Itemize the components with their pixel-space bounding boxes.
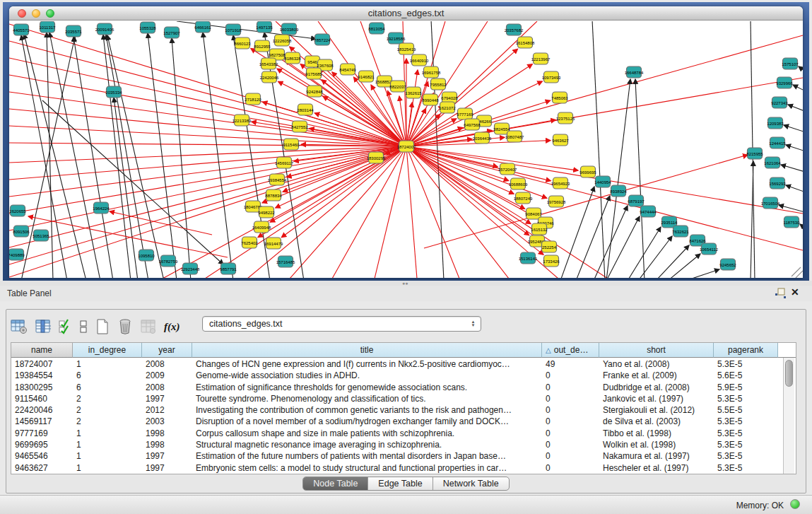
network-node[interactable]: 1621064 [764, 157, 781, 168]
function-builder-icon[interactable]: f(x) [164, 321, 180, 333]
network-node[interactable]: 20091406 [95, 23, 114, 35]
network-node[interactable]: 1527907 [163, 27, 180, 38]
table-chooser-dropdown[interactable]: citations_edges.txt ▲▼ [202, 316, 481, 332]
network-node[interactable]: 18807249 [514, 192, 533, 204]
network-node[interactable]: 7409889 [9, 249, 25, 260]
table-row[interactable]: 911546021997Tourette syndrome. Phenomeno… [11, 393, 783, 404]
table-row[interactable]: 2242004622012Investigating the contribut… [11, 404, 783, 416]
delete-table-icon[interactable] [117, 318, 133, 335]
network-node[interactable]: 20364436 [473, 132, 492, 144]
network-node[interactable]: 9175685 [305, 68, 322, 79]
network-node[interactable]: 252254 [542, 241, 557, 252]
close-panel-icon[interactable]: ✕ [791, 286, 799, 298]
network-node[interactable]: 1575107 [782, 58, 799, 69]
network-node[interactable]: 8091506 [13, 226, 30, 237]
network-node[interactable]: 2035571 [65, 25, 82, 37]
network-node[interactable]: 4405571 [13, 24, 30, 35]
network-node[interactable]: 1055328 [139, 22, 156, 33]
network-node[interactable]: 8878834 [265, 189, 282, 201]
table-row[interactable]: 1830029562008Estimation of significance … [11, 382, 783, 393]
network-node[interactable]: 16409948 [252, 221, 271, 233]
network-node[interactable]: 9115460 [283, 139, 300, 150]
network-node[interactable]: 1440954 [594, 176, 611, 187]
network-node[interactable]: 10807487 [505, 131, 524, 142]
network-node[interactable]: 2620655 [9, 205, 26, 216]
network-node[interactable]: 1071918 [225, 24, 242, 35]
float-window-icon[interactable] [775, 288, 787, 302]
network-node[interactable]: 16782759 [159, 255, 178, 267]
table-row[interactable]: 1456911722003Disruption of a novel membe… [11, 416, 783, 427]
network-node[interactable]: 1209383 [767, 117, 784, 129]
network-node[interactable]: 8912955 [254, 40, 271, 52]
network-node[interactable]: 7625402 [241, 237, 258, 248]
tab-node-table[interactable]: Node Table [303, 477, 368, 490]
network-node[interactable]: 17016504 [761, 197, 780, 209]
tab-edge-table[interactable]: Edge Table [368, 477, 433, 490]
network-node[interactable]: 7485063 [551, 92, 568, 103]
network-node[interactable]: 6879197 [628, 195, 645, 206]
combo-stepper-icon[interactable]: ▲▼ [469, 317, 477, 332]
network-node[interactable]: 10654112 [700, 243, 719, 255]
hub-node[interactable]: 18724007 [397, 141, 416, 152]
network-node[interactable]: 9463627 [552, 134, 569, 146]
network-node[interactable]: 16640910 [410, 54, 429, 66]
network-node[interactable]: 10688609 [509, 178, 528, 189]
network-node[interactable]: 19384554 [268, 174, 287, 185]
network-node[interactable]: 1621072 [439, 102, 456, 113]
network-node[interactable]: 9699695 [579, 166, 596, 177]
network-node[interactable]: 1244415 [769, 137, 786, 148]
network-node[interactable]: 1569293 [769, 177, 786, 189]
rows-icon[interactable] [79, 319, 88, 334]
network-node[interactable]: 8822037 [389, 81, 406, 92]
network-node[interactable]: 16543382 [259, 58, 278, 69]
network-node[interactable]: 5051365 [33, 230, 49, 241]
network-node[interactable]: 7955812 [430, 78, 447, 90]
network-node[interactable]: 8813054 [368, 23, 385, 34]
column-header-short[interactable]: short [599, 343, 714, 358]
network-node[interactable]: 1362615 [405, 87, 422, 98]
table-column-icon[interactable] [35, 319, 51, 334]
network-node[interactable]: 16961758 [422, 66, 441, 78]
network-node[interactable]: 9146821 [358, 71, 375, 82]
network-node[interactable]: 20357682 [505, 24, 524, 35]
select-all-icon[interactable] [59, 319, 71, 334]
window-titlebar[interactable]: citations_edges.txt [9, 6, 803, 21]
network-node[interactable]: 8454749 [339, 64, 356, 75]
network-node[interactable]: 9498222 [258, 206, 275, 218]
network-node[interactable]: 2035334 [105, 86, 122, 98]
citation-network-graph[interactable]: 4405571101131720355712009140610553281527… [9, 21, 803, 278]
tab-network-table[interactable]: Network Table [433, 477, 509, 490]
network-node[interactable]: 19756928 [547, 196, 566, 207]
network-node[interactable]: 8427552 [291, 121, 308, 132]
network-node[interactable]: 16914479 [264, 238, 283, 249]
table-row[interactable]: 1938455462009Genome-wide association stu… [11, 370, 783, 381]
network-node[interactable]: 12213967 [531, 53, 551, 64]
table-row[interactable]: 946554611997Estimation of the future num… [11, 450, 783, 462]
network-node[interactable]: 7632621 [672, 226, 689, 237]
network-node[interactable]: 9242848 [306, 86, 323, 97]
network-node[interactable]: 1497135 [256, 21, 273, 33]
import-table-icon[interactable] [141, 319, 156, 334]
table-settings-icon[interactable] [11, 319, 28, 334]
network-node[interactable]: 22420046 [260, 71, 279, 83]
column-header-year[interactable]: year [142, 343, 192, 358]
network-node[interactable]: 15136141 [519, 252, 538, 264]
network-node[interactable]: 1095810 [138, 250, 155, 261]
network-node[interactable]: 8215955 [746, 148, 763, 159]
scrollbar-thumb[interactable] [785, 360, 793, 387]
new-table-icon[interactable] [95, 318, 110, 335]
column-header-pagerank[interactable]: pagerank [714, 343, 778, 358]
network-node[interactable]: 2718120 [245, 93, 261, 105]
network-node[interactable]: 9245652 [719, 259, 736, 270]
vertical-scrollbar[interactable] [783, 358, 794, 474]
network-node[interactable]: 19218586 [387, 33, 406, 44]
network-node[interactable]: 1964224 [93, 202, 110, 214]
network-node[interactable]: 16154808 [516, 37, 535, 48]
network-node[interactable]: 12213383 [233, 115, 252, 126]
network-node[interactable]: 9329966 [776, 77, 793, 88]
network-node[interactable]: 15720407 [498, 163, 517, 175]
network-node[interactable]: 9857791 [220, 263, 237, 274]
network-node[interactable]: 8660123 [234, 37, 251, 49]
column-header-title[interactable]: title [192, 343, 542, 358]
network-node[interactable]: 15716485 [276, 256, 295, 267]
